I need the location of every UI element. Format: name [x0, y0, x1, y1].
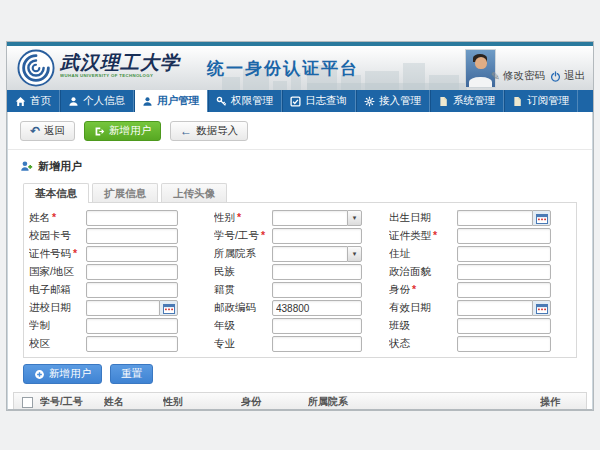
field-control — [272, 336, 362, 352]
field-input[interactable] — [457, 336, 551, 352]
field-input[interactable] — [457, 282, 551, 298]
import-arrow-icon: ← — [180, 126, 192, 136]
field-input[interactable] — [272, 264, 362, 280]
field-input[interactable] — [457, 228, 551, 244]
field-input[interactable] — [457, 246, 551, 262]
field-input[interactable] — [86, 246, 178, 262]
university-name-zh: 武汉理工大学 — [60, 51, 190, 73]
field-label: 住址 — [389, 247, 457, 261]
nav-item-permission-mgmt[interactable]: 权限管理 — [208, 90, 282, 112]
form-row: 电子邮箱籍贯身份* — [24, 281, 576, 299]
header-watermark — [273, 81, 287, 90]
field-control — [272, 282, 362, 298]
field-input[interactable] — [86, 300, 159, 316]
platform-title: 统一身份认证平台 — [207, 57, 359, 80]
nav-item-log-query[interactable]: 日志查询 — [282, 90, 356, 112]
field-input[interactable] — [86, 228, 178, 244]
field-input[interactable] — [86, 318, 178, 334]
nav-item-label: 系统管理 — [453, 94, 495, 108]
log-check-icon — [290, 96, 301, 107]
required-asterisk: * — [73, 247, 77, 259]
field-input[interactable] — [272, 210, 347, 226]
calendar-icon[interactable] — [532, 210, 551, 226]
field-input[interactable] — [457, 210, 532, 226]
form-row: 证件号码*所属院系▾住址 — [24, 245, 576, 263]
change-password-link[interactable]: ✎ 修改密码 — [491, 69, 545, 83]
field-input[interactable] — [272, 300, 362, 316]
user-table: 学号/工号姓名性别身份所属院系操作 — [13, 392, 587, 410]
field-label: 学号/工号* — [214, 229, 272, 243]
field-input[interactable] — [457, 300, 532, 316]
field-label: 政治面貌 — [389, 265, 457, 279]
required-asterisk: * — [261, 229, 265, 241]
nav-item-label: 个人信息 — [83, 94, 125, 108]
add-user-toolbar-button[interactable]: 新增用户 — [84, 121, 161, 141]
power-icon — [550, 71, 561, 82]
form-row: 进校日期邮政编码有效日期 — [24, 299, 576, 317]
main-nav: 首页个人信息用户管理权限管理日志查询接入管理系统管理订阅管理 — [7, 90, 593, 112]
tab-2[interactable]: 上传头像 — [161, 183, 227, 202]
nav-item-access-mgmt[interactable]: 接入管理 — [356, 90, 430, 112]
field-input[interactable] — [86, 282, 178, 298]
field-input[interactable] — [272, 318, 362, 334]
submit-add-user-button[interactable]: 新增用户 — [23, 364, 102, 384]
form-row: 国家/地区民族政治面貌 — [24, 263, 576, 281]
field-label: 年级 — [214, 319, 272, 333]
data-import-button[interactable]: ← 数据导入 — [170, 121, 248, 141]
nav-item-subscription-mgmt[interactable]: 订阅管理 — [504, 90, 578, 112]
chevron-down-icon[interactable]: ▾ — [347, 246, 362, 262]
field-input[interactable] — [272, 246, 347, 262]
add-user-icon — [94, 126, 105, 137]
field-input[interactable] — [86, 264, 178, 280]
nav-item-profile[interactable]: 个人信息 — [60, 90, 134, 112]
field-control — [86, 246, 178, 262]
user-icon — [68, 96, 79, 107]
field-input[interactable] — [272, 228, 362, 244]
field-control — [272, 318, 362, 334]
nav-item-label: 日志查询 — [305, 94, 347, 108]
table-column-header: 性别 — [163, 395, 241, 409]
nav-item-label: 订阅管理 — [527, 94, 569, 108]
field-label: 民族 — [214, 265, 272, 279]
add-user-section-icon — [20, 160, 33, 173]
field-input[interactable] — [457, 318, 551, 334]
field-control — [86, 318, 178, 334]
field-input[interactable] — [86, 210, 178, 226]
field-control — [457, 336, 551, 352]
field-control — [457, 210, 551, 226]
table-column-header: 所属院系 — [308, 395, 540, 409]
back-arrow-icon: ↶ — [30, 126, 40, 136]
file-icon — [512, 96, 523, 107]
field-input[interactable] — [272, 336, 362, 352]
field-label: 籍贯 — [214, 283, 272, 297]
field-label: 身份* — [389, 283, 457, 297]
field-control — [86, 210, 178, 226]
reset-button[interactable]: 重置 — [110, 364, 153, 384]
chevron-down-icon[interactable]: ▾ — [347, 210, 362, 226]
field-control — [457, 228, 551, 244]
home-icon — [15, 96, 26, 107]
nav-item-home[interactable]: 首页 — [7, 90, 60, 112]
back-button[interactable]: ↶ 返回 — [20, 121, 75, 141]
screen: 武汉理工大学 WUHAN UNIVERSITY OF TECHNOLOGY 统一… — [0, 0, 600, 450]
field-label: 国家/地区 — [29, 265, 86, 279]
nav-item-user-mgmt[interactable]: 用户管理 — [134, 90, 208, 112]
field-input[interactable] — [272, 282, 362, 298]
required-asterisk: * — [52, 211, 56, 223]
field-label: 姓名* — [29, 211, 86, 225]
calendar-icon[interactable] — [532, 300, 551, 316]
tab-0[interactable]: 基本信息 — [23, 183, 89, 203]
form-row: 姓名*性别*▾出生日期 — [24, 209, 576, 227]
nav-item-system-mgmt[interactable]: 系统管理 — [430, 90, 504, 112]
select-all-checkbox[interactable] — [22, 397, 33, 408]
logout-link[interactable]: 退出 — [550, 69, 585, 83]
calendar-icon[interactable] — [159, 300, 178, 316]
field-input[interactable] — [86, 336, 178, 352]
app-header: 武汉理工大学 WUHAN UNIVERSITY OF TECHNOLOGY 统一… — [7, 46, 593, 90]
tab-1[interactable]: 扩展信息 — [92, 183, 158, 202]
section-title: 新增用户 — [8, 150, 592, 180]
field-label: 性别* — [214, 211, 272, 225]
field-control — [86, 336, 178, 352]
form-panel: 姓名*性别*▾出生日期校园卡号学号/工号*证件类型*证件号码*所属院系▾住址国家… — [23, 202, 577, 358]
field-input[interactable] — [457, 264, 551, 280]
